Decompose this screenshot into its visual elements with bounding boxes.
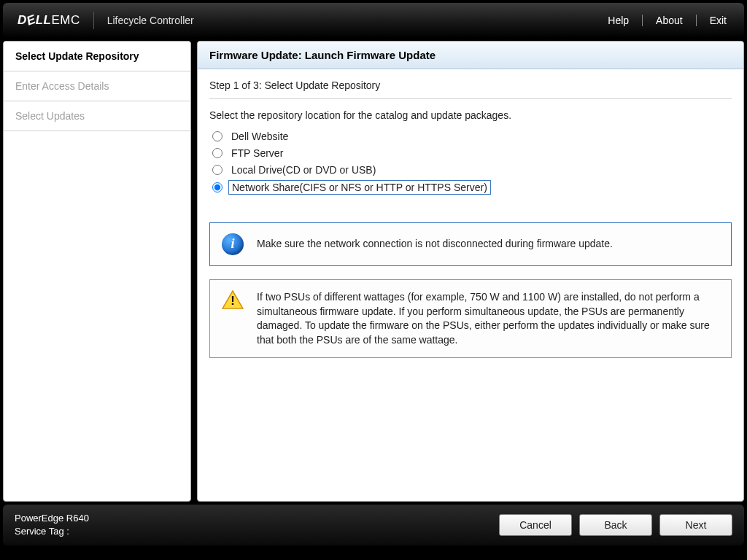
top-bar: DELLEMC Lifecycle Controller Help About … [3, 3, 744, 38]
info-icon: i [222, 233, 244, 255]
back-button[interactable]: Back [579, 514, 652, 536]
topbar-link-sep [696, 15, 697, 26]
info-alert: i Make sure the network connection is no… [209, 222, 732, 266]
step-label: Step 1 of 3: Select Update Repository [209, 79, 732, 99]
radio-option-ftp-server[interactable]: FTP Server [212, 147, 732, 160]
system-info: PowerEdge R640 Service Tag : [15, 512, 89, 538]
warning-alert: ! If two PSUs of different wattages (for… [209, 279, 732, 358]
help-link[interactable]: Help [605, 15, 632, 26]
radio-option-dell-website[interactable]: Dell Website [212, 130, 732, 143]
topbar-link-sep [642, 15, 643, 26]
svg-text:!: ! [231, 294, 235, 308]
info-alert-text: Make sure the network connection is not … [257, 237, 613, 252]
service-tag-label: Service Tag : [15, 526, 69, 537]
topbar-divider [93, 12, 94, 29]
radio-input[interactable] [212, 165, 222, 175]
sidebar-step-access-details[interactable]: Enter Access Details [4, 71, 190, 101]
logo-dell: DELL [18, 13, 51, 27]
instruction-text: Select the repository location for the c… [209, 109, 732, 121]
next-button[interactable]: Next [659, 514, 732, 536]
bottom-bar: PowerEdge R640 Service Tag : Cancel Back… [3, 505, 744, 545]
cancel-button[interactable]: Cancel [499, 514, 572, 536]
workspace: Select Update Repository Enter Access De… [3, 41, 744, 502]
sidebar-item-label: Select Update Repository [15, 50, 139, 62]
radio-label: Local Drive(CD or DVD or USB) [228, 163, 379, 176]
exit-link[interactable]: Exit [707, 15, 729, 26]
page-title: Firmware Update: Launch Firmware Update [198, 42, 743, 69]
sidebar-item-label: Enter Access Details [15, 80, 109, 92]
sidebar-step-select-updates[interactable]: Select Updates [4, 101, 190, 131]
radio-option-network-share[interactable]: Network Share(CIFS or NFS or HTTP or HTT… [212, 180, 732, 195]
sidebar-item-label: Select Updates [15, 110, 85, 122]
brand-logo: DELLEMC [18, 13, 80, 28]
radio-input[interactable] [212, 148, 222, 158]
warning-alert-text: If two PSUs of different wattages (for e… [257, 290, 719, 347]
service-tag-row: Service Tag : [15, 525, 89, 538]
sidebar-step-select-repository[interactable]: Select Update Repository [4, 42, 190, 71]
wizard-sidebar: Select Update Repository Enter Access De… [3, 41, 191, 502]
warning-icon: ! [222, 290, 244, 309]
radio-option-local-drive[interactable]: Local Drive(CD or DVD or USB) [212, 163, 732, 176]
radio-label: Dell Website [228, 130, 291, 143]
radio-label: FTP Server [228, 147, 286, 160]
radio-label: Network Share(CIFS or NFS or HTTP or HTT… [228, 180, 491, 195]
radio-input[interactable] [212, 131, 222, 141]
app-title: Lifecycle Controller [107, 15, 194, 26]
main-panel: Firmware Update: Launch Firmware Update … [197, 41, 744, 502]
system-model: PowerEdge R640 [15, 512, 89, 525]
radio-input[interactable] [212, 182, 222, 192]
main-body: Step 1 of 3: Select Update Repository Se… [198, 69, 743, 501]
logo-emc: EMC [51, 13, 80, 27]
about-link[interactable]: About [653, 15, 686, 26]
repository-radio-group: Dell Website FTP Server Local Drive(CD o… [212, 130, 732, 195]
